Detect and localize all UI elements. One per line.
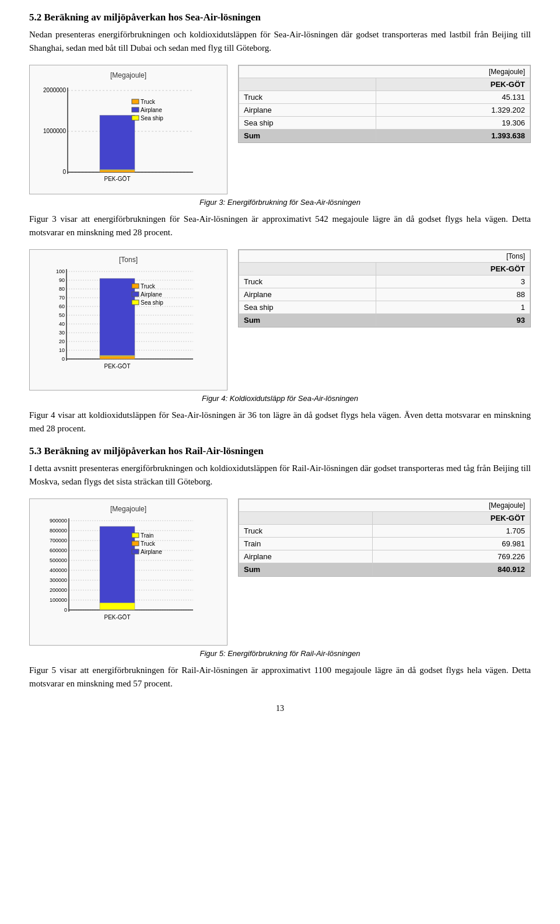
figure5-caption: Figur 5: Energiförbrukning för Rail-Air-…	[29, 649, 531, 658]
svg-text:700000: 700000	[50, 538, 67, 543]
fig3-y2: 2000000	[43, 87, 66, 93]
figure4-svg-wrap: 100 90 80 70 60 50 40 30 20 10 0	[36, 266, 221, 385]
figure3-text: Figur 3 visar att energiförbrukningen fö…	[29, 212, 531, 239]
section53-intro: I detta avsnitt presenteras energiförbru…	[29, 462, 531, 488]
svg-rect-5	[132, 99, 139, 104]
svg-text:60: 60	[59, 304, 65, 309]
svg-text:Truck: Truck	[141, 99, 156, 105]
figure5-chart: [Megajoule] 900000 800000 700000 600000 …	[29, 498, 228, 646]
fig4-row-seaship-val: 1	[376, 301, 530, 314]
fig3-row-airplane-label: Airplane	[239, 104, 376, 117]
fig5-bar-train	[100, 603, 135, 610]
fig5-bar-airplane	[100, 526, 135, 603]
svg-text:400000: 400000	[50, 567, 67, 573]
fig4-row-truck-val: 3	[376, 276, 530, 288]
figure3-container: [Megajoule] 2000000 1000000 0	[29, 65, 531, 194]
fig4-row-airplane-label: Airplane	[239, 288, 376, 301]
svg-text:30: 30	[59, 330, 65, 336]
fig5-sum-label: Sum	[239, 563, 373, 576]
svg-text:70: 70	[59, 295, 65, 301]
fig3-y0: 0	[62, 169, 66, 175]
fig5-col-pek: PEK-GÖT	[373, 512, 530, 525]
figure3-svg-wrap: 2000000 1000000 0	[36, 82, 221, 189]
svg-rect-9	[132, 116, 139, 120]
svg-text:Airplane: Airplane	[141, 291, 162, 298]
svg-text:10: 10	[59, 347, 65, 353]
svg-rect-65	[132, 541, 139, 546]
fig5-sum-val: 840.912	[373, 563, 530, 576]
figure4-chart: [Tons] 100 90 80 70 60 50 40 30 20 10 0	[29, 249, 228, 390]
figure4-container: [Tons] 100 90 80 70 60 50 40 30 20 10 0	[29, 249, 531, 390]
fig3-row-seaship-label: Sea ship	[239, 117, 376, 130]
fig3-row-airplane-val: 1.329.202	[376, 104, 530, 117]
svg-text:80: 80	[59, 286, 65, 292]
fig3-table-unit: [Megajoule]	[239, 66, 530, 78]
fig5-row-train-val: 69.981	[373, 538, 530, 550]
svg-rect-67	[132, 549, 139, 554]
svg-text:Train: Train	[141, 532, 153, 539]
svg-text:100000: 100000	[50, 597, 67, 603]
section52-intro: Nedan presenteras energiförbrukningen oc…	[29, 28, 531, 54]
fig3-y1: 1000000	[43, 128, 66, 134]
figure4-svg: 100 90 80 70 60 50 40 30 20 10 0	[36, 266, 211, 383]
svg-rect-7	[132, 107, 139, 112]
fig5-xlabel: PEK-GÖT	[104, 614, 130, 620]
fig5-col-label	[239, 512, 373, 525]
fig3-col-pek: PEK-GÖT	[376, 78, 530, 91]
fig4-bar-airplane	[100, 278, 135, 355]
fig4-sum-val: 93	[376, 314, 530, 327]
fig4-row-airplane-val: 88	[376, 288, 530, 301]
figure3-table: [Megajoule] PEK-GÖT Truck 45.131 Airplan…	[238, 65, 531, 143]
fig5-row-truck-val: 1.705	[373, 525, 530, 538]
figure5-svg: 900000 800000 700000 600000 500000 40000…	[36, 515, 211, 638]
svg-text:Sea ship: Sea ship	[141, 299, 163, 306]
svg-text:Truck: Truck	[141, 541, 156, 547]
svg-rect-35	[132, 284, 139, 288]
svg-text:900000: 900000	[50, 518, 67, 524]
svg-text:0: 0	[64, 607, 67, 613]
fig3-row-truck-label: Truck	[239, 91, 376, 104]
fig3-row-truck-val: 45.131	[376, 91, 530, 104]
svg-text:0: 0	[62, 356, 65, 362]
fig3-row-seaship-val: 19.306	[376, 117, 530, 130]
page-number: 13	[29, 704, 531, 713]
fig4-bar-truck	[100, 357, 135, 360]
fig5-row-airplane-val: 769.226	[373, 550, 530, 563]
fig4-col-label	[239, 263, 376, 276]
svg-text:50: 50	[59, 312, 65, 318]
fig3-sum-label: Sum	[239, 130, 376, 142]
figure4-chart-title: [Tons]	[36, 256, 221, 264]
svg-text:600000: 600000	[50, 548, 67, 553]
svg-text:90: 90	[59, 277, 65, 283]
fig3-bar-truck	[100, 170, 135, 172]
figure3-svg: 2000000 1000000 0	[36, 82, 211, 187]
fig3-bar-airplane	[100, 115, 135, 169]
svg-text:800000: 800000	[50, 528, 67, 534]
svg-rect-63	[132, 533, 139, 538]
fig4-col-pek: PEK-GÖT	[376, 263, 530, 276]
svg-text:Sea ship: Sea ship	[141, 115, 163, 121]
fig3-col-label	[239, 78, 376, 91]
svg-text:Airplane: Airplane	[141, 107, 162, 113]
section52-heading: 5.2 Beräkning av miljöpåverkan hos Sea-A…	[29, 12, 531, 23]
fig3-sum-val: 1.393.638	[376, 130, 530, 142]
svg-text:Truck: Truck	[141, 283, 156, 290]
svg-text:200000: 200000	[50, 587, 67, 593]
figure3-chart-title: [Megajoule]	[36, 71, 221, 79]
fig5-row-airplane-label: Airplane	[239, 550, 373, 563]
fig4-row-seaship-label: Sea ship	[239, 301, 376, 314]
svg-text:300000: 300000	[50, 577, 67, 583]
svg-text:500000: 500000	[50, 557, 67, 563]
figure5-text: Figur 5 visar att energiförbrukningen fö…	[29, 664, 531, 690]
section53-heading: 5.3 Beräkning av miljöpåverkan hos Rail-…	[29, 445, 531, 457]
svg-rect-37	[132, 292, 139, 297]
fig5-row-truck-label: Truck	[239, 525, 373, 538]
fig5-table-unit: [Megajoule]	[239, 500, 530, 512]
figure5-table: [Megajoule] PEK-GÖT Truck 1.705 Train 69…	[238, 498, 531, 577]
figure5-container: [Megajoule] 900000 800000 700000 600000 …	[29, 498, 531, 646]
fig4-xlabel: PEK-GÖT	[104, 363, 130, 369]
svg-text:40: 40	[59, 321, 65, 327]
fig4-table-unit: [Tons]	[239, 250, 530, 263]
figure4-caption: Figur 4: Koldioxidutsläpp för Sea-Air-lö…	[29, 394, 531, 403]
figure4-text: Figur 4 visar att koldioxidutsläppen för…	[29, 409, 531, 435]
